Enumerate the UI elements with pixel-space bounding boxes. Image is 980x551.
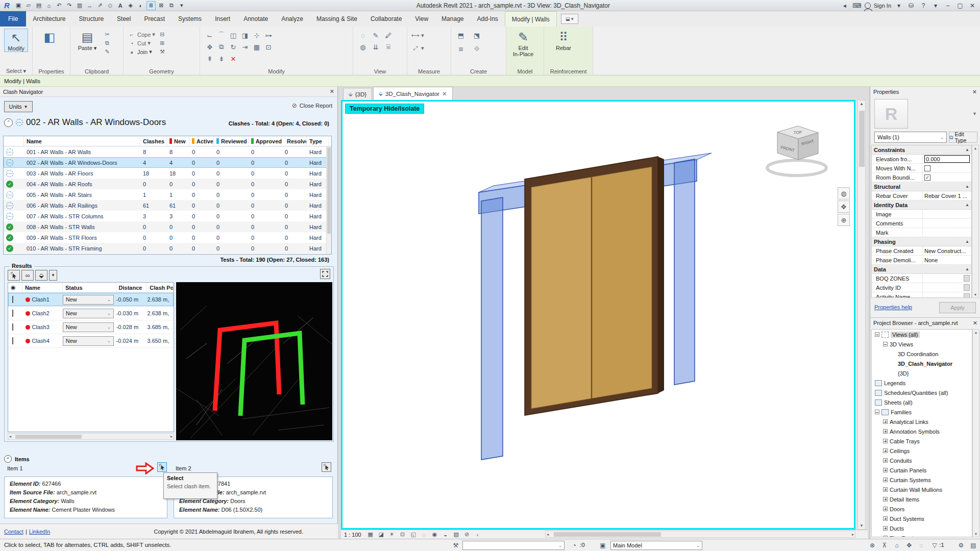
tree-node-ceilings[interactable]: Ceilings	[872, 446, 972, 456]
tree-node--3d-[interactable]: {3D}	[872, 368, 972, 378]
text-icon[interactable]: A	[116, 1, 125, 10]
linework-icon[interactable]: 🖉	[383, 30, 394, 41]
tab-modify-walls[interactable]: Modify | Walls	[505, 11, 557, 27]
result-checkbox[interactable]	[12, 323, 13, 331]
contact-link[interactable]: Contact	[4, 529, 23, 535]
expand-icon[interactable]	[883, 429, 888, 434]
tab-collaborate[interactable]: Collaborate	[364, 11, 408, 27]
tree-node-3d-clash-navigator[interactable]: 3D_Clash_Navigator	[872, 359, 972, 368]
customize-qat-icon[interactable]: ▾	[177, 1, 186, 10]
properties-section-structural[interactable]: Structural▲	[872, 182, 971, 191]
expand-icon[interactable]	[883, 419, 888, 424]
property-value[interactable]	[923, 210, 971, 218]
results-header-status[interactable]: Status	[63, 283, 116, 292]
item2-select-button[interactable]	[322, 462, 331, 472]
result-status-select[interactable]: New⌄	[63, 309, 114, 318]
hide-elements-icon[interactable]: ◌	[357, 30, 369, 41]
tab-file[interactable]: File	[0, 11, 26, 27]
property-value[interactable]: None	[923, 256, 971, 264]
tree-node-curtain-wall-mullions[interactable]: Curtain Wall Mullions	[872, 485, 972, 494]
tree-node-sheets-all-[interactable]: Sheets (all)	[872, 397, 972, 407]
close-button[interactable]: ✕	[968, 1, 977, 10]
move-icon[interactable]: ✥	[204, 41, 215, 53]
property-value[interactable]	[923, 274, 971, 283]
reveal-hidden-icon[interactable]: ◉	[430, 531, 439, 538]
tree-node-duct-systems[interactable]: Duct Systems	[872, 514, 972, 523]
edit-type-button[interactable]: ⧉ Edit Type	[949, 132, 977, 143]
clash-navigator-titlebar[interactable]: Clash Navigator ✕	[0, 87, 337, 97]
cut-to-clipboard-icon[interactable]: ✂	[103, 31, 111, 38]
collapse-section-icon[interactable]: ▲	[965, 147, 969, 152]
results-header-clash-poi[interactable]: Clash Poi	[147, 283, 174, 292]
result-checkbox[interactable]	[12, 337, 13, 344]
tab-view[interactable]: View	[408, 11, 435, 27]
door-clash-model[interactable]	[476, 153, 716, 479]
collapse-icon[interactable]	[883, 342, 888, 346]
clash-test-row[interactable]: •••007 - AR Walls - STR Columns330000Har…	[4, 211, 331, 221]
property-checkbox[interactable]: ✓	[924, 174, 930, 181]
tree-node-conduits[interactable]: Conduits	[872, 456, 972, 465]
expand-icon[interactable]	[883, 439, 888, 443]
clash-test-row[interactable]: •••006 - AR Walls - AR Railings61610000H…	[4, 200, 331, 211]
expand-icon[interactable]	[883, 516, 888, 521]
property-value[interactable]	[923, 164, 971, 172]
keyboard-icon[interactable]: ⌨	[852, 1, 862, 10]
worksets-icon[interactable]: ⚒	[451, 541, 460, 549]
constraints-icon[interactable]: ⊘	[462, 531, 472, 538]
expand-icon[interactable]	[883, 497, 888, 502]
search-icon[interactable]: ◂	[840, 1, 849, 10]
apply-button[interactable]: Apply	[939, 302, 976, 313]
paste-button[interactable]: ▤ Paste ▾	[75, 29, 100, 51]
property-browse-button[interactable]	[964, 284, 970, 291]
views-icon[interactable]: ▣	[14, 1, 23, 10]
tests-table-scrollbar[interactable]	[326, 146, 331, 254]
drag-on-selection-toggle-icon[interactable]: ✥	[904, 541, 914, 549]
tests-header-new[interactable]: New	[167, 136, 189, 146]
tree-node-3d-views[interactable]: 3D Views	[872, 339, 972, 349]
steering-wheel-icon[interactable]: ◍	[838, 187, 850, 199]
tests-header-active[interactable]: Active	[189, 136, 214, 146]
show-crop-icon[interactable]: ◱	[409, 531, 418, 538]
crop-view-icon[interactable]: ⊡	[398, 531, 407, 538]
pan-icon[interactable]: ✥	[838, 201, 850, 213]
results-header-distance[interactable]: Distance	[116, 283, 148, 292]
clash-test-row[interactable]: ✓008 - AR Walls - STR Walls000000Hard	[4, 221, 331, 232]
item1-select-button[interactable]	[157, 462, 167, 472]
type-preview-dropdown-icon[interactable]: ▼	[972, 111, 977, 116]
tree-node-curtain-systems[interactable]: Curtain Systems	[872, 475, 972, 485]
maximize-button[interactable]: ▢	[955, 1, 965, 10]
scale-icon[interactable]: ⊡	[263, 41, 274, 53]
rebar-button[interactable]: ⠿ Rebar	[548, 29, 579, 51]
tree-node-annotation-symbols[interactable]: Annotation Symbols	[872, 427, 972, 436]
result-status-select[interactable]: New⌄	[63, 295, 114, 305]
selection-ring-icon[interactable]: ◌	[917, 541, 926, 549]
property-value[interactable]	[923, 219, 971, 228]
properties-section-identity-data[interactable]: Identity Data▲	[872, 201, 971, 210]
property-value[interactable]	[923, 283, 971, 292]
type-selector[interactable]: Walls (1)⌄	[874, 132, 947, 143]
clash-result-row[interactable]: Clash4New⌄-0.024 m3.650 m,	[8, 334, 174, 348]
clash-navigator-close-icon[interactable]: ✕	[330, 88, 334, 95]
split-icon[interactable]: ⊹	[251, 30, 262, 41]
create-group-icon[interactable]: ⬒	[455, 30, 467, 41]
tree-node-schedules-quantities-all-[interactable]: Schedules/Quantities (all)	[872, 388, 972, 397]
trim-icon[interactable]: ⇥	[239, 41, 251, 53]
account-icon[interactable]	[865, 3, 871, 9]
property-input[interactable]: 0.000	[924, 155, 970, 163]
tab-add-ins[interactable]: Add-Ins	[470, 11, 504, 27]
clash-3d-preview[interactable]	[176, 282, 332, 440]
properties-section-data[interactable]: Data▲	[872, 265, 971, 274]
tests-header-name[interactable]: Name	[24, 136, 140, 146]
sync-icon[interactable]: ⌂	[44, 1, 54, 10]
project-browser-scrollbar[interactable]: ▲▼	[972, 329, 979, 537]
modify-button[interactable]: ↖ Modify	[4, 29, 28, 52]
dimension-tool-icon[interactable]: ⤢	[411, 44, 420, 52]
viewport-hscrollbar[interactable]: ◂▸	[545, 531, 855, 538]
property-value[interactable]: ✓	[923, 173, 971, 182]
worksharing-display-icon[interactable]: ◒	[441, 531, 450, 538]
viewport-vscrollbar[interactable]: ▲▼	[857, 100, 866, 530]
open-icon[interactable]: ▱	[24, 1, 33, 10]
minimize-button[interactable]: –	[943, 1, 952, 10]
properties-close-icon[interactable]: ✕	[972, 89, 977, 95]
zoom-icon[interactable]: ⊕	[838, 214, 850, 226]
